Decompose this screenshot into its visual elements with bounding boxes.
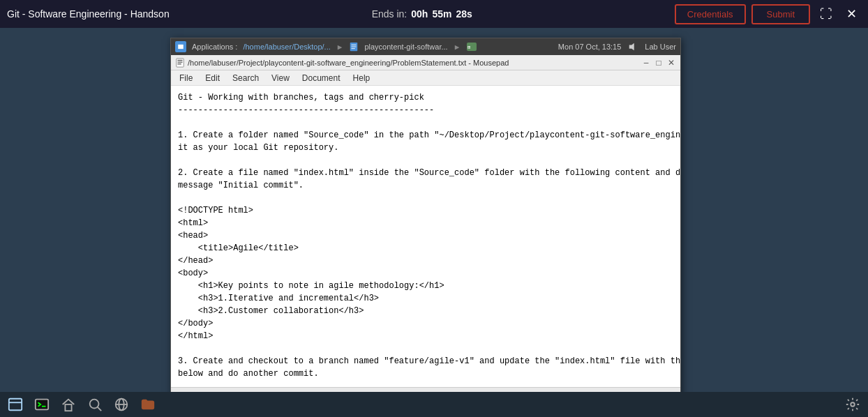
timer-mins: 55m [432,8,451,20]
text-line: </head> [178,255,673,267]
menu-search[interactable]: Search [227,72,264,84]
timer-hours: 00h [411,8,428,20]
system-path1: /home/labuser/Desktop/... [243,43,330,51]
timer-secs: 28s [456,8,472,20]
timer-section: Ends in: 00h 55m 28s [372,8,472,20]
svg-text:⊞: ⊞ [467,45,470,50]
text-line: 3. Create and checkout to a branch named… [178,355,673,367]
file-icon [349,42,359,52]
window-title: /home/labuser/Project/playcontent-git-so… [175,58,509,68]
window-controls: – □ ✕ [641,58,676,68]
text-line [178,342,673,355]
text-line: <!DOCTYPE html> [178,204,673,217]
exam-title: Git - Software Engineering - Handson [7,8,170,20]
text-line: <head> [178,229,673,242]
svg-point-22 [851,402,855,407]
menu-bar: File Edit Search View Document Help [171,70,680,86]
taskbar-icon-settings[interactable] [840,394,865,415]
menu-view[interactable]: View [266,72,295,84]
text-line: message "Initial commit". [178,179,673,192]
menu-edit[interactable]: Edit [200,72,225,84]
text-content-area[interactable]: Git - Working with branches, tags and ch… [171,86,680,387]
text-line: <html> [178,217,673,229]
menu-file[interactable]: File [174,72,198,84]
expand-button[interactable]: ⛶ [816,6,837,23]
taskbar-icon-search[interactable] [82,394,107,415]
menu-document[interactable]: Document [297,72,346,84]
svg-marker-7 [629,43,634,51]
svg-rect-14 [36,400,48,410]
window-title-text: /home/labuser/Project/playcontent-git-so… [188,59,509,67]
taskbar-icon-files[interactable] [3,394,28,415]
taskbar-icon-home[interactable] [56,394,81,415]
text-line [178,154,673,167]
app-icon [175,41,186,52]
username: Lab User [645,43,676,51]
text-line: 1. Create a folder named "Source_code" i… [178,129,673,142]
svg-point-17 [90,400,99,409]
top-bar-actions: Credentials Submit ⛶ ✕ [675,4,861,24]
close-window-button[interactable]: ✕ [666,58,676,68]
text-line: 2. Create a file named "index.html" insi… [178,167,673,179]
app-window: Applications : /home/labuser/Desktop/...… [170,38,681,402]
taskbar-icon-terminal[interactable] [29,394,54,415]
svg-line-18 [98,407,102,411]
maximize-button[interactable]: □ [654,58,664,68]
text-line: below and do another commit. [178,367,673,380]
desktop: Applications : /home/labuser/Desktop/...… [0,28,868,417]
taskbar [0,392,868,417]
text-line: <body> [178,267,673,280]
system-bar: Applications : /home/labuser/Desktop/...… [171,38,680,55]
menu-help[interactable]: Help [347,72,376,84]
svg-rect-8 [177,58,184,66]
text-line: <h1>Key points to note in agile methodol… [178,280,673,292]
sound-icon [628,42,638,52]
mousepad-icon [175,58,185,68]
taskbar-icon-folder[interactable] [135,394,160,415]
system-bar-left: Applications : /home/labuser/Desktop/...… [175,41,477,52]
text-line: <title>Agile</title> [178,242,673,255]
top-bar: Git - Software Engineering - Handson End… [0,0,868,28]
system-icon2: ⊞ [466,41,477,52]
system-bar-right: Mon 07 Oct, 13:15 Lab User [558,42,676,52]
close-top-button[interactable]: ✕ [842,5,861,23]
text-line: <h3>1.Iterative and incremental</h3> [178,292,673,305]
applications-label: Applications : [192,43,237,51]
text-line: <h3>2.Customer collaboration</h3> [178,305,673,317]
text-line [178,116,673,129]
taskbar-icon-globe[interactable] [109,394,134,415]
text-line [178,192,673,204]
text-line [178,380,673,387]
window-titlebar: /home/labuser/Project/playcontent-git-so… [171,55,680,70]
datetime: Mon 07 Oct, 13:15 [558,43,622,51]
text-line: </body> [178,317,673,330]
text-line: Git - Working with branches, tags and ch… [178,91,673,104]
submit-button[interactable]: Submit [751,4,810,24]
system-path2: playcontent-git-softwar... [364,43,447,51]
text-line: ----------------------------------------… [178,104,673,116]
text-line: </html> [178,330,673,342]
timer-label: Ends in: [372,8,407,20]
minimize-button[interactable]: – [641,58,651,68]
credentials-button[interactable]: Credentials [675,4,746,24]
svg-rect-12 [9,399,22,411]
text-line: it as your local Git repository. [178,142,673,154]
svg-rect-0 [178,45,184,49]
svg-rect-16 [65,404,71,411]
